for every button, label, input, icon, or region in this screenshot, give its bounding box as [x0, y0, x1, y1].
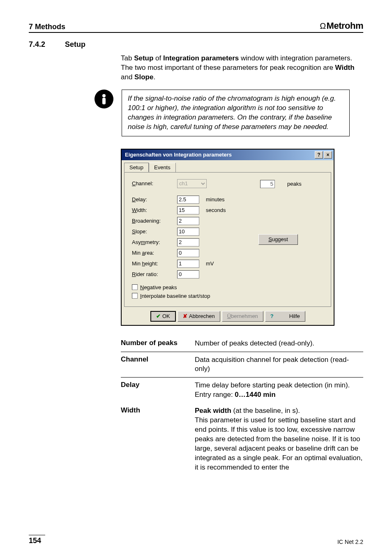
def-row-channel: Channel Data acquisition channel for pea… [121, 352, 363, 378]
width-field[interactable] [177, 206, 199, 214]
svg-rect-1 [102, 98, 106, 104]
def-desc: Time delay before starting peak detectio… [195, 381, 363, 400]
intro-slope-bold: Slope [134, 73, 153, 81]
peaks-readout: peaks [260, 180, 302, 188]
min-height-field[interactable] [177, 260, 199, 268]
def-desc: Peak width (at the baseline, in s). This… [195, 406, 363, 472]
intro-text: and [121, 73, 134, 81]
width-unit: seconds [206, 207, 226, 213]
negative-peaks-label: Negative peaks [140, 284, 177, 290]
question-icon: ? [270, 313, 274, 319]
tab-events[interactable]: Events [149, 163, 176, 172]
x-icon: ✘ [183, 313, 187, 319]
tab-setup[interactable]: Setup [124, 163, 149, 172]
min-area-field[interactable] [177, 249, 199, 257]
svg-point-0 [102, 94, 106, 97]
def-desc-lead: Peak width [195, 407, 231, 415]
def-term: Channel [121, 355, 195, 374]
negative-peaks-checkbox[interactable] [132, 284, 138, 290]
product-name: IC Net 2.2 [337, 539, 363, 545]
delay-field[interactable] [177, 196, 199, 204]
asymmetry-label: Asymmetry: [132, 239, 177, 245]
section-number: 7.4.2 [29, 40, 53, 49]
intro-text: Tab [121, 54, 134, 62]
brand-logo: Ω Metrohm [320, 21, 363, 31]
intro-ip-bold: Integration parameters [163, 54, 239, 62]
brand-name: Metrohm [327, 21, 363, 31]
def-desc-text: (at the baseline, in s). This parameter … [195, 407, 362, 471]
delay-label: Delay: [132, 196, 177, 203]
def-desc-text: Time delay before starting peak detectio… [195, 381, 350, 389]
help-button-bar[interactable]: ? Hilfe [265, 311, 305, 322]
def-term: Width [121, 406, 195, 472]
min-height-label: Min height: [132, 260, 177, 267]
setup-tab-panel: peaks Suggest Channel: ch1 Delay: minute… [124, 172, 331, 307]
section-heading: 7.4.2 Setup [29, 40, 363, 49]
check-icon: ✔ [156, 313, 161, 319]
info-text: If the signal-to-noise ratio of the chro… [122, 90, 350, 136]
cancel-button[interactable]: ✘ Abbrechen [178, 311, 220, 322]
def-term: Delay [121, 381, 195, 400]
dialog-button-bar: ✔ OK ✘ Abbrechen Übernehmen ? Hilfe [122, 309, 334, 325]
broadening-field[interactable] [177, 217, 199, 225]
intro-width-bold: Width [335, 64, 355, 71]
dialog-titlebar[interactable]: Eigenschaften von Integration parameters… [122, 150, 334, 160]
apply-button-label: Übernehmen [227, 313, 258, 319]
def-term: Number of peaks [121, 339, 195, 348]
parameter-definitions: Number of peaks Number of peaks detected… [121, 336, 363, 476]
page-number: 154 [29, 535, 45, 545]
def-row-width: Width Peak width (at the baseline, in s)… [121, 403, 363, 476]
min-area-label: Min area: [132, 250, 177, 256]
integration-parameters-dialog: Eigenschaften von Integration parameters… [121, 149, 334, 326]
channel-select[interactable]: ch1 [177, 179, 207, 188]
delay-unit: minutes [206, 196, 225, 203]
page-header: 7 Methods Ω Metrohm [29, 21, 363, 33]
channel-label: Channel: [132, 180, 177, 187]
slope-field[interactable] [177, 228, 199, 236]
dialog-tabs: Setup Events [122, 160, 334, 172]
interpolate-baseline-checkbox[interactable] [132, 293, 138, 299]
def-range-label: Entry range: [195, 391, 235, 398]
intro-text: of [153, 54, 163, 62]
close-button[interactable]: × [324, 151, 332, 159]
section-title: Setup [65, 40, 85, 49]
brand-omega-icon: Ω [320, 21, 325, 31]
apply-button[interactable]: Übernehmen [222, 311, 263, 322]
ok-button-label: OK [162, 313, 170, 319]
rider-ratio-label: Rider ratio: [132, 271, 177, 277]
dialog-title: Eigenschaften von Integration parameters [125, 152, 232, 158]
info-icon [95, 90, 113, 108]
broadening-label: Broadening: [132, 218, 177, 224]
def-row-delay: Delay Time delay before starting peak de… [121, 377, 363, 403]
interpolate-baseline-label: Interpolate baseline start/stop [140, 293, 210, 299]
def-row-number-of-peaks: Number of peaks Number of peaks detected… [121, 336, 363, 352]
ok-button[interactable]: ✔ OK [150, 311, 176, 322]
def-desc: Number of peaks detected (read-only). [195, 339, 363, 348]
rider-ratio-field[interactable] [177, 270, 199, 279]
help-button[interactable]: ? [315, 151, 323, 159]
help-button-label: Hilfe [289, 313, 300, 319]
intro-text: . [153, 73, 155, 81]
slope-label: Slope: [132, 228, 177, 235]
intro-setup-bold: Setup [134, 54, 153, 62]
width-label: Width: [132, 207, 177, 213]
peaks-count-field [260, 180, 275, 188]
def-range-value: 0…1440 min [235, 391, 275, 398]
asymmetry-field[interactable] [177, 238, 199, 246]
info-callout: If the signal-to-noise ratio of the chro… [95, 90, 363, 136]
chapter-title: 7 Methods [29, 23, 65, 31]
cancel-button-label: Abbrechen [189, 313, 215, 319]
suggest-button[interactable]: Suggest [258, 234, 298, 245]
peaks-label: peaks [287, 181, 302, 187]
page-footer: 154 IC Net 2.2 [29, 535, 363, 545]
min-height-unit: mV [206, 260, 214, 267]
intro-paragraph: Tab Setup of Integration parameters wind… [121, 54, 363, 82]
def-desc: Data acquisition channel for peak detect… [195, 355, 363, 374]
